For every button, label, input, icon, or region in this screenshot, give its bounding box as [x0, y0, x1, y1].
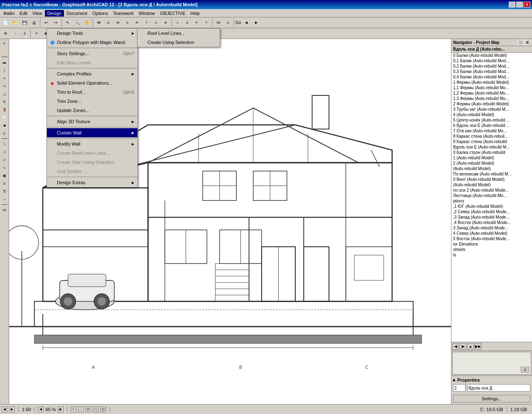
- status-zoom-next[interactable]: ▶: [58, 407, 64, 412]
- lt-beam[interactable]: ═: [1, 74, 8, 82]
- nav-list-item[interactable]: Лестница (Auto-rebuild Mo...: [451, 193, 532, 198]
- status-zoom-in[interactable]: +: [71, 407, 76, 412]
- nav-fwd[interactable]: ▶: [460, 343, 466, 350]
- layer-btn[interactable]: ≡: [32, 29, 41, 38]
- poly-btn[interactable]: P: [192, 18, 201, 27]
- lt-poly[interactable]: ⬡: [1, 156, 8, 163]
- dd-align-3d[interactable]: Align 3D Texture ▶: [47, 117, 137, 126]
- dd-update-zones[interactable]: Update Zones...: [47, 106, 137, 115]
- angle-btn[interactable]: ∠: [20, 29, 29, 38]
- dd-curtain-wall[interactable]: Curtain Wall ▶: [47, 128, 137, 137]
- lt-label[interactable]: ☰: [1, 188, 8, 195]
- menu-help[interactable]: Help: [188, 10, 202, 17]
- nav-back[interactable]: ◀: [452, 343, 459, 350]
- nav-list-item[interactable]: 0,1 Балки (Auto-rebuild Mod...: [451, 58, 532, 63]
- status-zoom-out[interactable]: -: [78, 407, 84, 412]
- lt-obj[interactable]: ◆: [1, 122, 8, 129]
- lt-fill[interactable]: ▦: [1, 172, 8, 179]
- nav-list-item[interactable]: 1,2 Фермы (Auto-rebuild Mo...: [451, 90, 532, 96]
- nav-list-item[interactable]: По велюксам (Auto-rebuild M...: [451, 171, 532, 177]
- select-btn[interactable]: ↖: [63, 18, 72, 27]
- nav-up[interactable]: ▲: [467, 343, 474, 350]
- nav-list-item[interactable]: 6 Вдоль оси E (Auto-rebuild ...: [451, 123, 532, 128]
- window-btn[interactable]: W: [113, 18, 123, 27]
- dd-solid-element[interactable]: ◆ Solid Element Operations...: [47, 78, 137, 88]
- nav-list-item[interactable]: 5 Центр конёк (Auto-rebuild ...: [451, 117, 532, 123]
- nav-list-item[interactable]: sheets: [451, 247, 532, 252]
- lt-col[interactable]: |: [1, 66, 8, 74]
- new-btn[interactable]: 📄: [1, 18, 10, 27]
- nav-list-item[interactable]: 3 Трубы кат (Auto-rebuild M...: [451, 107, 532, 112]
- nav-close[interactable]: X: [525, 40, 530, 45]
- grid-btn[interactable]: ⋮: [10, 29, 20, 38]
- nav-list-item[interactable]: 1,1 Фермы (Auto-rebuild Mo...: [451, 85, 532, 90]
- nav-list-item[interactable]: ,4 Восток (Auto-rebuild Mode...: [451, 220, 532, 225]
- nav-list-item[interactable]: 5 Восток (Auto-rebuild Mode...: [451, 236, 532, 241]
- nav-list-item[interactable]: 1 Фермы (Auto-rebuild Model): [451, 80, 532, 85]
- nav-list-item[interactable]: 1 (Auto-rebuild Model): [451, 155, 532, 161]
- nav-list-item[interactable]: 3 Запад (Auto-rebuild Mode...: [451, 225, 532, 231]
- line-btn[interactable]: L: [173, 18, 182, 27]
- lt-wall[interactable]: ▬: [1, 58, 8, 66]
- wall-btn[interactable]: W: [94, 18, 103, 27]
- prop-num-input[interactable]: [453, 384, 466, 392]
- lt-line[interactable]: ╲: [1, 140, 8, 148]
- title-bar-controls[interactable]: _ □ X: [509, 2, 530, 7]
- nav-list-item[interactable]: 9 Каркас стена (Auto-rebuild: [451, 139, 532, 144]
- dd-design-extras[interactable]: Design Extras ▶: [47, 178, 137, 187]
- nav-list-item[interactable]: ls: [451, 252, 532, 258]
- dd-trim-zone[interactable]: Trim Zone...: [47, 97, 137, 106]
- menu-view[interactable]: View: [30, 10, 45, 17]
- 3d-btn[interactable]: 3D: [214, 18, 223, 27]
- nav-list-item[interactable]: 4 Север (Auto-rebuild Model): [451, 231, 532, 236]
- status-zoom-fit[interactable]: ⊡: [86, 407, 91, 412]
- lt-magic[interactable]: ✨: [1, 48, 8, 55]
- menu-edit[interactable]: Edit: [17, 10, 30, 17]
- nav-list-item[interactable]: 0 Балки (Auto-rebuild Model): [451, 53, 532, 58]
- nav-list-item[interactable]: Вдоль оси Е (Auto-rebuild M...: [451, 144, 532, 150]
- lt-zone[interactable]: Z: [1, 129, 8, 137]
- cw-create-selection[interactable]: Create Using Selection: [137, 38, 220, 47]
- nav-list[interactable]: 0 Балки (Auto-rebuild Model)0,1 Балки (A…: [451, 53, 532, 342]
- nav-list-item[interactable]: ior Elevations: [451, 241, 532, 247]
- arc-btn[interactable]: A: [183, 18, 192, 27]
- nav-list-item[interactable]: ,2 Север (Auto-rebuild Mode...: [451, 209, 532, 214]
- settings-button[interactable]: Settings...: [453, 395, 530, 402]
- nav-list-item[interactable]: 4 (Auto-rebuild Model): [451, 112, 532, 117]
- nav-list-item[interactable]: 2 (Auto-rebuild Model): [451, 161, 532, 166]
- nav-scroll-right[interactable]: ▶▶: [475, 343, 481, 350]
- nav-list-item[interactable]: 2 Фермы (Auto-rebuild Model): [451, 101, 532, 107]
- nav-list-item[interactable]: по оси 2 (Auto-rebuild Mode...: [451, 188, 532, 193]
- nav-list-item[interactable]: 0 Балка строн (Auto-rebuild: [451, 150, 532, 155]
- cw-roof-lines[interactable]: Roof Level Lines ,: [137, 29, 220, 38]
- menu-file[interactable]: Файл: [1, 10, 17, 17]
- open-btn[interactable]: 📂: [10, 18, 20, 27]
- prop-name-input[interactable]: [467, 384, 530, 392]
- slab-btn[interactable]: S: [123, 18, 132, 27]
- nav-list-item[interactable]: 0 Вент (Auto-rebuild Model): [451, 177, 532, 182]
- menu-design[interactable]: Design: [45, 10, 64, 17]
- lt-spline[interactable]: ∿: [1, 164, 8, 171]
- save-btn[interactable]: 💾: [20, 18, 29, 27]
- text-btn[interactable]: T: [202, 18, 211, 27]
- zoom-btn[interactable]: 🔍: [73, 18, 82, 27]
- menu-teamwork[interactable]: Teamwork: [110, 10, 136, 17]
- status-zoom-full[interactable]: □: [93, 407, 99, 412]
- nav-list-item[interactable]: (Auto-rebuild Model): [451, 182, 532, 188]
- stair-btn[interactable]: T: [142, 18, 151, 27]
- redo-btn[interactable]: ↪: [51, 18, 60, 27]
- maximize-button[interactable]: □: [516, 2, 523, 7]
- menu-objective[interactable]: OBJECTIVE: [157, 10, 188, 17]
- close-button[interactable]: X: [524, 2, 530, 7]
- door-btn[interactable]: D: [104, 18, 113, 27]
- nav-list-item[interactable]: 0,4 Балки (Auto-rebuild Mod...: [451, 74, 532, 80]
- status-prev[interactable]: ◀: [2, 407, 7, 412]
- menu-options[interactable]: Options: [90, 10, 110, 17]
- nav-list-item[interactable]: ptions: [451, 198, 532, 204]
- status-zoom-prev[interactable]: ◀: [38, 407, 44, 412]
- lt-3d[interactable]: 3D: [1, 206, 8, 214]
- nav-minimize[interactable]: _: [518, 40, 524, 45]
- go-fwd[interactable]: ▶: [252, 18, 261, 27]
- lt-arrow[interactable]: ↖: [1, 40, 8, 47]
- nav-list-item[interactable]: 0,2 Балки (Auto-rebuild Mod...: [451, 63, 532, 69]
